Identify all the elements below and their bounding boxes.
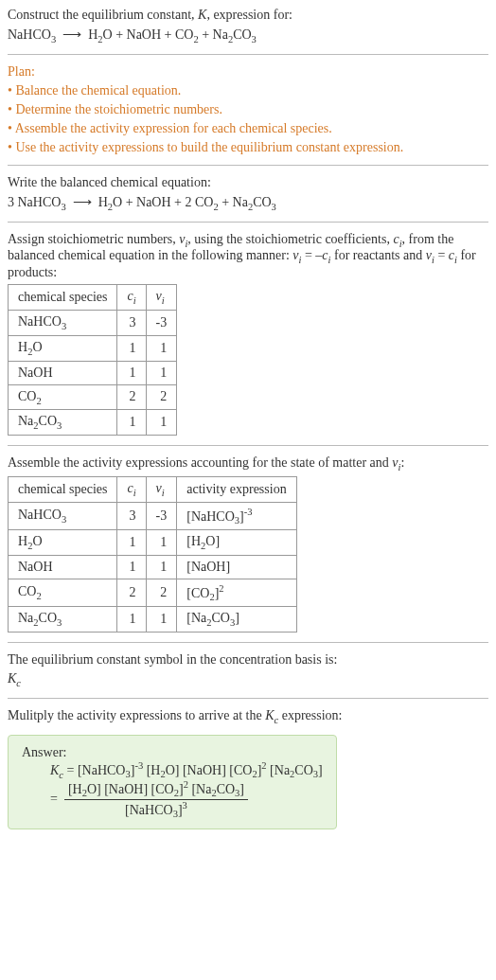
table-row: Na2CO3 1 1 [Na2CO3] <box>9 607 297 633</box>
activity-cell: [Na2CO3] <box>177 607 296 633</box>
ci-cell: 1 <box>117 530 146 556</box>
activity-heading: Assemble the activity expressions accoun… <box>8 455 488 472</box>
assign-text: Assign stoichiometric numbers, νi, using… <box>8 232 488 281</box>
vi-cell: 1 <box>146 556 177 579</box>
activity-table: chemical species ci νi activity expressi… <box>8 476 297 633</box>
species-cell: NaHCO3 <box>9 310 117 335</box>
species-cell: NaOH <box>9 361 117 384</box>
vi-cell: -3 <box>146 502 177 529</box>
answer-box: Answer: Kc = [NaHCO3]-3 [H2O] [NaOH] [CO… <box>8 735 337 829</box>
vi-cell: 1 <box>146 410 177 436</box>
vi-cell: 1 <box>146 335 177 361</box>
species-cell: Na2CO3 <box>9 410 117 436</box>
plan-item-text: Use the activity expressions to build th… <box>15 140 403 154</box>
species-cell: NaOH <box>9 556 117 579</box>
table-row: NaOH 1 1 <box>9 361 177 384</box>
plan-item-text: Determine the stoichiometric numbers. <box>15 102 222 116</box>
ci-cell: 3 <box>117 310 146 335</box>
divider <box>8 445 488 446</box>
ci-cell: 1 <box>117 607 146 633</box>
table-header-row: chemical species ci νi activity expressi… <box>9 476 297 502</box>
vi-cell: 1 <box>146 607 177 633</box>
species-cell: H2O <box>9 335 117 361</box>
table-row: NaHCO3 3 -3 <box>9 310 177 335</box>
ci-cell: 1 <box>117 410 146 436</box>
activity-cell: [CO2]2 <box>177 579 296 607</box>
species-cell: H2O <box>9 530 117 556</box>
species-cell: CO2 <box>9 579 117 607</box>
vi-cell: 1 <box>146 361 177 384</box>
col-header: νi <box>146 285 177 311</box>
species-cell: CO2 <box>9 384 117 410</box>
balanced-heading: Write the balanced chemical equation: <box>8 175 488 190</box>
table-row: Na2CO3 1 1 <box>9 410 177 436</box>
col-header: chemical species <box>9 476 117 502</box>
activity-cell: [NaOH] <box>177 556 296 579</box>
table-header-row: chemical species ci νi <box>9 285 177 311</box>
stoich-table: chemical species ci νi NaHCO3 3 -3 H2O 1… <box>8 284 177 436</box>
fraction-denominator: [NaHCO3]3 <box>64 800 248 819</box>
ci-cell: 3 <box>117 502 146 529</box>
plan-item: • Assemble the activity expression for e… <box>8 121 488 136</box>
answer-expression: Kc = [NaHCO3]-3 [H2O] [NaOH] [CO2]2 [Na2… <box>22 760 323 819</box>
plan-item: • Use the activity expressions to build … <box>8 140 488 155</box>
table-row: CO2 2 2 [CO2]2 <box>9 579 297 607</box>
fraction-numerator: [H2O] [NaOH] [CO2]2 [Na2CO3] <box>64 779 248 799</box>
intro-equation: NaHCO3 ⟶ H2O + NaOH + CO2 + Na2CO3 <box>8 27 488 45</box>
col-header: activity expression <box>177 476 296 502</box>
ci-cell: 1 <box>117 556 146 579</box>
activity-cell: [H2O] <box>177 530 296 556</box>
symbol-line1: The equilibrium constant symbol in the c… <box>8 652 488 668</box>
divider <box>8 54 488 55</box>
table-row: CO2 2 2 <box>9 384 177 410</box>
activity-cell: [NaHCO3]-3 <box>177 502 296 529</box>
table-row: NaOH 1 1 [NaOH] <box>9 556 297 579</box>
plan-item: • Balance the chemical equation. <box>8 83 488 98</box>
species-cell: NaHCO3 <box>9 502 117 529</box>
table-row: NaHCO3 3 -3 [NaHCO3]-3 <box>9 502 297 529</box>
plan-item-text: Assemble the activity expression for eac… <box>15 121 332 135</box>
vi-cell: 2 <box>146 384 177 410</box>
plan-heading: Plan: <box>8 64 488 80</box>
vi-cell: -3 <box>146 310 177 335</box>
ci-cell: 1 <box>117 335 146 361</box>
divider <box>8 222 488 223</box>
multiply-heading: Mulitply the activity expressions to arr… <box>8 708 488 725</box>
vi-cell: 1 <box>146 530 177 556</box>
balanced-equation: 3 NaHCO3 ⟶ H2O + NaOH + 2 CO2 + Na2CO3 <box>8 194 488 212</box>
table-row: H2O 1 1 [H2O] <box>9 530 297 556</box>
ci-cell: 1 <box>117 361 146 384</box>
divider <box>8 642 488 643</box>
col-header: ci <box>117 476 146 502</box>
plan-item-text: Balance the chemical equation. <box>15 83 181 98</box>
col-header: ci <box>117 285 146 311</box>
species-cell: Na2CO3 <box>9 607 117 633</box>
answer-label: Answer: <box>22 745 323 760</box>
ci-cell: 2 <box>117 579 146 607</box>
col-header: chemical species <box>9 285 117 311</box>
ci-cell: 2 <box>117 384 146 410</box>
symbol-line2: Kc <box>8 671 488 688</box>
col-header: νi <box>146 476 177 502</box>
divider <box>8 698 488 699</box>
plan-item: • Determine the stoichiometric numbers. <box>8 102 488 117</box>
divider <box>8 165 488 166</box>
vi-cell: 2 <box>146 579 177 607</box>
table-row: H2O 1 1 <box>9 335 177 361</box>
intro-line1: Construct the equilibrium constant, K, e… <box>8 8 488 23</box>
answer-fraction: [H2O] [NaOH] [CO2]2 [Na2CO3] [NaHCO3]3 <box>64 779 248 819</box>
